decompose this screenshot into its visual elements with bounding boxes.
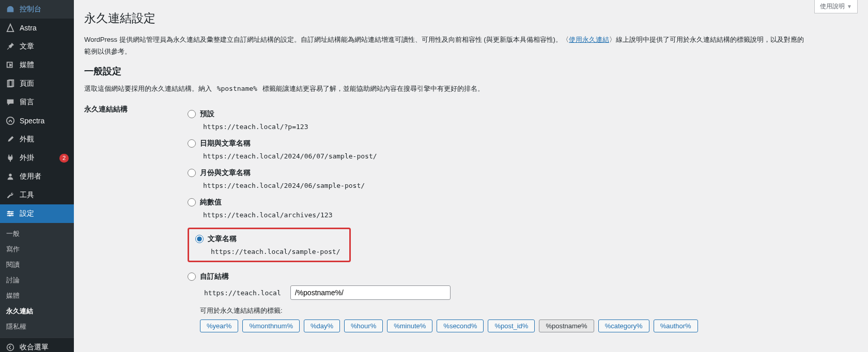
- comment-icon: [5, 97, 16, 107]
- structure-tags: %year%%monthnum%%day%%hour%%minute%%seco…: [200, 319, 858, 332]
- option-label: 月份與文章名稱: [200, 168, 251, 178]
- permalink-radio[interactable]: [188, 198, 196, 206]
- sidebar-item-spectra[interactable]: Spectra: [0, 111, 74, 130]
- sidebar-item-plug[interactable]: 外掛2: [0, 149, 74, 167]
- svg-point-8: [8, 211, 10, 213]
- custom-structure-input[interactable]: [290, 285, 451, 300]
- sidebar-item-label: 控制台: [20, 5, 69, 14]
- tag-button[interactable]: %category%: [598, 319, 649, 332]
- tag-button[interactable]: %year%: [200, 319, 238, 332]
- option-row[interactable]: 文章名稱: [195, 234, 343, 244]
- permalink-option: 純數值https://teach.local/archives/123: [188, 196, 858, 220]
- svg-rect-2: [9, 80, 13, 87]
- option-row[interactable]: 純數值: [188, 198, 858, 207]
- option-row[interactable]: 自訂結構: [188, 272, 858, 281]
- custom-base: https://teach.local: [200, 286, 285, 299]
- page-title: 永久連結設定: [84, 10, 858, 26]
- sidebar-item-label: Spectra: [20, 117, 69, 125]
- permalink-option: 自訂結構https://teach.local可用於永久連結結構的標籤:%yea…: [188, 270, 858, 334]
- section-title: 一般設定: [84, 65, 858, 77]
- permalink-radio[interactable]: [188, 273, 196, 281]
- plug-icon: [5, 153, 16, 163]
- permalink-radio[interactable]: [188, 169, 196, 177]
- sidebar-item-label: 媒體: [20, 60, 69, 70]
- postname-code: %postname%: [214, 84, 260, 93]
- submenu-item[interactable]: 永久連結: [0, 303, 74, 319]
- collapse-label: 收合選單: [20, 343, 69, 352]
- tag-button[interactable]: %post_id%: [488, 319, 535, 332]
- sidebar-item-media[interactable]: 媒體: [0, 56, 74, 74]
- option-row[interactable]: 月份與文章名稱: [188, 168, 858, 178]
- tag-button[interactable]: %day%: [304, 319, 340, 332]
- permalink-radio[interactable]: [188, 110, 196, 118]
- permalink-option: 預設https://teach.local/?p=123: [188, 108, 858, 132]
- submenu-item[interactable]: 媒體: [0, 288, 74, 303]
- sidebar-item-label: 外觀: [20, 135, 69, 144]
- permalink-radio[interactable]: [188, 139, 196, 148]
- main-content: 使用說明 ▼ 永久連結設定 WordPress 提供網站管理員為永久連結及彙整建…: [74, 0, 868, 352]
- astra-icon: [5, 23, 16, 33]
- submenu-item[interactable]: 一般: [0, 226, 74, 242]
- media-icon: [5, 60, 16, 70]
- submenu-item[interactable]: 閱讀: [0, 257, 74, 273]
- sidebar-item-page[interactable]: 頁面: [0, 74, 74, 93]
- permalink-option: 月份與文章名稱https://teach.local/2024/06/sampl…: [188, 167, 858, 191]
- option-url: https://teach.local/?p=123: [200, 123, 858, 131]
- sidebar-item-comment[interactable]: 留言: [0, 93, 74, 111]
- brush-icon: [5, 134, 16, 145]
- pin-icon: [5, 41, 16, 52]
- tag-button[interactable]: %minute%: [387, 319, 432, 332]
- option-label: 自訂結構: [200, 272, 229, 281]
- collapse-menu[interactable]: 收合選單: [0, 338, 74, 352]
- settings-submenu: 一般寫作閱讀討論媒體永久連結隱私權: [0, 223, 74, 338]
- sidebar-item-label: 頁面: [20, 79, 69, 88]
- intro-text: WordPress 提供網站管理員為永久連結及彙整建立自訂網址結構的設定。自訂網…: [84, 34, 808, 58]
- sidebar-item-dashboard[interactable]: 控制台: [0, 0, 74, 19]
- user-icon: [5, 171, 16, 182]
- tag-button[interactable]: %hour%: [344, 319, 383, 332]
- help-tab-label: 使用說明: [820, 2, 845, 11]
- sidebar-item-label: 外掛: [20, 153, 57, 163]
- update-badge: 2: [59, 154, 69, 163]
- tag-button[interactable]: %monthnum%: [242, 319, 300, 332]
- sidebar-item-brush[interactable]: 外觀: [0, 130, 74, 149]
- option-url: https://teach.local/2024/06/07/sample-po…: [200, 152, 858, 160]
- permalink-radio[interactable]: [195, 235, 204, 243]
- sidebar-item-label: 留言: [20, 98, 69, 107]
- dashboard-icon: [5, 4, 16, 14]
- help-tab[interactable]: 使用說明 ▼: [814, 0, 858, 13]
- submenu-item[interactable]: 隱私權: [0, 319, 74, 334]
- custom-structure-row: https://teach.local: [200, 285, 858, 300]
- spectra-icon: [5, 116, 16, 126]
- collapse-icon: [5, 342, 16, 352]
- option-row[interactable]: 預設: [188, 109, 858, 119]
- sidebar-item-label: 使用者: [20, 172, 69, 181]
- option-url: https://teach.local/sample-post/: [208, 248, 343, 255]
- sidebar-item-wrench[interactable]: 工具: [0, 186, 74, 204]
- svg-point-10: [9, 215, 11, 217]
- tag-button[interactable]: %author%: [654, 319, 698, 332]
- tag-button[interactable]: %second%: [437, 319, 484, 332]
- page-icon: [5, 78, 16, 89]
- permalink-options: 預設https://teach.local/?p=123日期與文章名稱https…: [188, 103, 858, 338]
- tags-label: 可用於永久連結結構的標籤:: [200, 306, 858, 315]
- svg-rect-1: [8, 81, 12, 87]
- option-label: 純數值: [200, 198, 222, 207]
- sidebar-item-astra[interactable]: Astra: [0, 19, 74, 37]
- sidebar-item-label: 設定: [20, 209, 69, 218]
- option-label: 日期與文章名稱: [200, 139, 251, 148]
- submenu-item[interactable]: 討論: [0, 273, 74, 288]
- sidebar-item-pin[interactable]: 文章: [0, 37, 74, 56]
- tag-button[interactable]: %postname%: [539, 319, 594, 332]
- sidebar-item-user[interactable]: 使用者: [0, 167, 74, 186]
- option-row[interactable]: 日期與文章名稱: [188, 139, 858, 148]
- sidebar-item-settings[interactable]: 設定: [0, 204, 74, 223]
- wrench-icon: [5, 190, 16, 200]
- submenu-item[interactable]: 寫作: [0, 242, 74, 257]
- settings-icon: [5, 209, 16, 219]
- permalinks-doc-link[interactable]: 使用永久連結: [569, 36, 609, 43]
- permalink-option: 日期與文章名稱https://teach.local/2024/06/07/sa…: [188, 137, 858, 162]
- option-label: 文章名稱: [208, 234, 237, 244]
- sidebar-item-label: 工具: [20, 190, 69, 200]
- option-url: https://teach.local/archives/123: [200, 211, 858, 219]
